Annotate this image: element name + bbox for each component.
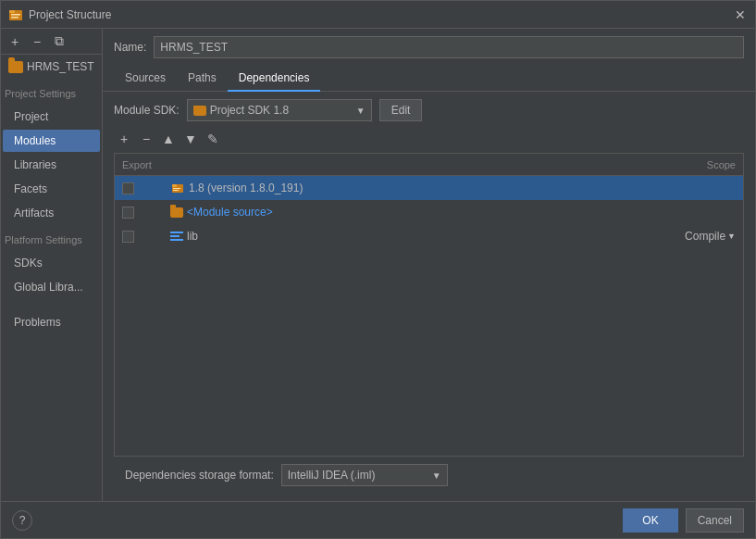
module-item-hrms[interactable]: HRMS_TEST <box>1 55 102 79</box>
dep-export-checkbox-lib <box>115 231 170 243</box>
svg-rect-5 <box>172 184 177 187</box>
sidebar-toolbar: + − ⧉ <box>1 29 102 55</box>
name-label: Name: <box>114 41 146 54</box>
jdk-icon <box>170 181 185 195</box>
cancel-button[interactable]: Cancel <box>686 508 744 533</box>
title-bar: Project Structure ✕ <box>1 1 755 29</box>
table-header: Export Scope <box>115 154 743 176</box>
dep-name-text: <Module source> <box>187 206 273 219</box>
sdk-row: Module SDK: Project SDK 1.8 ▼ Edit <box>114 99 744 121</box>
scope-dropdown-icon: ▼ <box>727 232 736 241</box>
module-name-row: Name: <box>103 29 755 66</box>
tab-sources[interactable]: Sources <box>114 66 177 92</box>
folder-icon <box>170 207 183 218</box>
svg-rect-2 <box>11 14 20 16</box>
remove-dep-button[interactable]: − <box>136 129 156 149</box>
export-column-header: Export <box>115 154 170 175</box>
sidebar-item-libraries[interactable]: Libraries <box>3 154 100 176</box>
scope-value: Compile <box>685 230 725 243</box>
svg-rect-6 <box>173 188 180 189</box>
dependencies-section: Module SDK: Project SDK 1.8 ▼ Edit + − <box>103 92 755 501</box>
edit-dep-button[interactable]: ✎ <box>203 129 223 149</box>
dep-scope-lib[interactable]: Compile ▼ <box>669 230 743 243</box>
table-row[interactable]: <Module source> <box>115 200 743 224</box>
storage-format-row: Dependencies storage format: IntelliJ ID… <box>114 457 744 494</box>
table-row[interactable]: lib Compile ▼ <box>115 224 743 248</box>
footer-left: ? <box>12 510 32 531</box>
dep-name-text: lib <box>187 230 198 243</box>
sidebar-item-facets[interactable]: Facets <box>3 178 100 200</box>
sidebar-item-problems[interactable]: Problems <box>3 311 100 333</box>
dep-name-jdk: 1.8 (version 1.8.0_191) <box>170 181 669 195</box>
tab-paths[interactable]: Paths <box>177 66 228 92</box>
dep-name-text: 1.8 (version 1.8.0_191) <box>189 182 303 194</box>
sdk-select-value: Project SDK 1.8 <box>210 104 353 117</box>
sdk-dropdown-arrow-icon: ▼ <box>356 106 366 116</box>
module-name-input[interactable] <box>154 36 744 58</box>
sidebar-item-sdks[interactable]: SDKs <box>3 252 100 274</box>
scope-column-header: Scope <box>669 154 743 175</box>
export-checkbox[interactable] <box>122 182 134 194</box>
project-settings-group-label: Project Settings <box>1 82 102 105</box>
name-column-header <box>170 154 669 175</box>
dep-name-module: <Module source> <box>170 206 669 219</box>
edit-sdk-button[interactable]: Edit <box>379 99 423 121</box>
main-content: Name: Sources Paths Dependencies M <box>103 29 755 501</box>
move-down-dep-button[interactable]: ▼ <box>180 129 201 149</box>
sidebar-item-global-libraries[interactable]: Global Libra... <box>3 276 100 298</box>
storage-select-value: IntelliJ IDEA (.iml) <box>288 469 428 482</box>
help-button[interactable]: ? <box>12 510 32 531</box>
dialog-footer: ? OK Cancel <box>1 501 755 538</box>
deps-toolbar: + − ▲ ▼ ✎ <box>114 129 744 149</box>
dep-export-checkbox-module <box>115 207 170 219</box>
dep-name-lib: lib <box>170 230 669 243</box>
storage-format-dropdown[interactable]: IntelliJ IDEA (.iml) ▼ <box>281 464 448 486</box>
sidebar-item-artifacts[interactable]: Artifacts <box>3 202 100 224</box>
add-dep-button[interactable]: + <box>114 129 134 149</box>
dialog-icon <box>8 7 23 22</box>
footer-right: OK Cancel <box>623 508 744 533</box>
dep-export-checkbox-jdk <box>115 182 170 194</box>
storage-label: Dependencies storage format: <box>125 469 274 482</box>
sidebar-item-modules[interactable]: Modules <box>3 130 100 152</box>
export-checkbox[interactable] <box>122 231 134 243</box>
sidebar-item-project[interactable]: Project <box>3 106 100 128</box>
table-row[interactable]: 1.8 (version 1.8.0_191) <box>115 176 743 200</box>
platform-settings-group-label: Platform Settings <box>1 229 102 251</box>
bars-icon <box>170 232 183 241</box>
tabs-row: Sources Paths Dependencies <box>103 66 755 92</box>
ok-button[interactable]: OK <box>623 508 677 533</box>
sdk-folder-icon <box>193 106 206 116</box>
module-sdk-dropdown[interactable]: Project SDK 1.8 ▼ <box>187 99 372 121</box>
add-module-button[interactable]: + <box>5 31 25 52</box>
svg-rect-3 <box>11 17 19 19</box>
sdk-label: Module SDK: <box>114 104 180 117</box>
svg-rect-7 <box>173 190 179 191</box>
storage-dropdown-arrow-icon: ▼ <box>432 470 441 481</box>
export-checkbox[interactable] <box>122 207 134 219</box>
module-item-label: HRMS_TEST <box>27 60 94 73</box>
dialog-title: Project Structure <box>29 8 733 21</box>
move-up-dep-button[interactable]: ▲ <box>158 129 179 149</box>
sidebar: + − ⧉ HRMS_TEST Project Settings Project… <box>1 29 103 501</box>
copy-module-button[interactable]: ⧉ <box>49 31 69 52</box>
dialog-body: + − ⧉ HRMS_TEST Project Settings Project… <box>1 29 755 501</box>
project-structure-dialog: Project Structure ✕ + − ⧉ HRMS_TEST Proj… <box>0 0 756 539</box>
svg-rect-1 <box>9 10 15 13</box>
close-button[interactable]: ✕ <box>733 7 748 22</box>
tab-dependencies[interactable]: Dependencies <box>228 66 321 92</box>
dependencies-table: Export Scope <box>114 153 744 457</box>
remove-module-button[interactable]: − <box>27 31 47 52</box>
module-folder-icon <box>8 61 23 73</box>
